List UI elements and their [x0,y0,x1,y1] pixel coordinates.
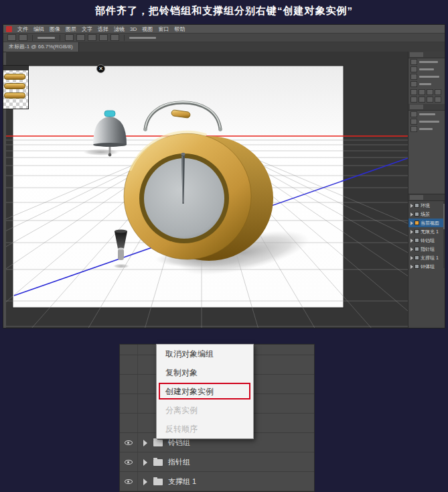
3d-slide-tool-icon[interactable] [99,34,108,41]
3d-panel-row[interactable]: 环境 [408,201,445,210]
layer-row-label: 指针组 [168,457,190,467]
object-thumb-icon [415,247,419,251]
disclosure-triangle-icon[interactable] [410,247,413,251]
menu-item-edit[interactable]: 编辑 [33,25,44,33]
field-icon[interactable] [410,66,417,72]
context-menu-item-label: 反转顺序 [165,424,198,434]
tool-preset-icon[interactable] [7,34,16,41]
clock-body-object[interactable] [124,132,273,261]
field-placeholder [419,121,439,123]
3d-panel-row[interactable]: 场景 [408,210,445,219]
3d-panel-row[interactable]: 钟体组 [408,262,445,271]
3d-panel-row[interactable]: 铃铛组 [408,236,445,245]
panel-header [408,194,445,201]
panel-tab[interactable] [410,52,423,57]
option-label-placeholder [38,37,55,39]
menu-item-type[interactable]: 文字 [82,25,92,33]
field-icon[interactable] [410,119,417,125]
3d-panel-row-label: 铃铛组 [421,237,435,244]
menu-item-view[interactable]: 视图 [142,25,153,33]
separator [32,35,33,41]
context-menu-item-create-instance[interactable]: 创建对象实例 [157,382,253,401]
menu-item-filter[interactable]: 滤镜 [114,25,125,33]
field-placeholder [419,83,431,85]
separator [124,35,125,41]
3d-panel-row[interactable]: 无限光 1 [408,227,445,236]
panel-header [408,52,445,58]
panel-icon[interactable] [435,89,441,95]
3d-roll-tool-icon[interactable] [76,34,85,41]
eye-icon[interactable] [125,460,133,465]
disclosure-triangle-icon[interactable] [143,440,147,446]
scene-canvas[interactable] [6,52,408,328]
context-menu-item-ungroup[interactable]: 取消对象编组 [157,345,253,363]
document-tab[interactable]: 未标题-1 @ 66.7%(RGB/8) [3,42,79,52]
3d-rotate-tool-icon[interactable] [65,34,74,41]
folder-icon [153,479,163,485]
disclosure-triangle-icon[interactable] [143,479,147,485]
3d-panel-row-label: 指针组 [421,246,435,253]
panel-field [408,66,445,73]
3d-panel-row-label: 钟体组 [421,263,435,270]
field-icon[interactable] [410,59,417,65]
panel-icon[interactable] [435,97,441,103]
context-menu-item-label: 创建对象实例 [165,387,214,396]
disclosure-triangle-icon[interactable] [410,221,413,225]
3d-pan-tool-icon[interactable] [88,34,96,41]
panel-icon[interactable] [427,97,433,103]
menu-item-image[interactable]: 图像 [50,25,60,33]
field-placeholder [419,76,439,78]
field-placeholder [419,61,438,63]
panel-tab[interactable] [410,195,423,200]
panel-field [408,80,445,88]
menu-item-file[interactable]: 文件 [17,25,28,33]
bell-cap [104,111,115,117]
context-menu-item-label: 分离实例 [165,406,198,415]
disclosure-triangle-icon[interactable] [410,212,413,217]
3d-panel-row[interactable]: 指针组 [408,245,445,253]
options-bar [3,34,445,42]
panel-icon[interactable] [410,97,417,103]
panel-field [408,125,445,133]
panel-icon[interactable] [419,89,425,95]
panel-icon[interactable] [410,89,417,95]
3d-panel-row-label: 环境 [421,202,430,209]
eye-icon[interactable] [125,440,133,445]
field-icon[interactable] [410,74,417,80]
tool-options-icon[interactable] [19,34,27,41]
disclosure-triangle-icon[interactable] [410,230,413,234]
panel-icon[interactable] [419,97,425,103]
scrollbar[interactable] [443,201,445,268]
disclosure-triangle-icon[interactable] [143,459,147,466]
panel-field [408,73,445,80]
3d-scale-tool-icon[interactable] [110,34,119,41]
disclosure-triangle-icon[interactable] [410,265,413,269]
right-panel-column: 环境 场景 当前视图 无限光 1 铃铛组 指针组 支撑组 1 钟体组 [408,52,445,328]
disclosure-triangle-icon[interactable] [410,256,413,260]
panel-tab[interactable] [410,105,423,109]
3d-panel-row-selected[interactable]: 当前视图 [408,219,445,227]
object-thumb-icon [415,264,419,269]
field-icon[interactable] [410,126,417,132]
eye-icon[interactable] [125,479,133,484]
menu-item-3d[interactable]: 3D [130,26,137,32]
3d-panel-row[interactable]: 支撑组 1 [408,253,445,262]
field-placeholder [419,128,433,130]
layer-row-support-group[interactable]: 支撑组 1 [120,472,314,491]
layer-row-hands-group[interactable]: 指针组 [120,452,314,472]
menu-item-layer[interactable]: 图层 [66,25,76,33]
field-icon[interactable] [410,111,417,117]
menu-item-select[interactable]: 选择 [98,25,108,33]
disclosure-triangle-icon[interactable] [410,204,413,208]
separator [60,35,60,41]
scrollbar-thumb[interactable] [443,204,445,229]
disclosure-triangle-icon[interactable] [410,239,413,243]
texture-preview-panel[interactable] [3,65,29,109]
menu-item-help[interactable]: 帮助 [174,25,185,33]
menu-item-window[interactable]: 窗口 [158,25,169,33]
panel-icon[interactable] [427,89,433,95]
context-menu-item-duplicate[interactable]: 复制对象 [157,363,253,382]
panel-header [408,104,445,111]
field-icon[interactable] [410,81,417,87]
close-icon[interactable]: ✕ [96,64,105,73]
